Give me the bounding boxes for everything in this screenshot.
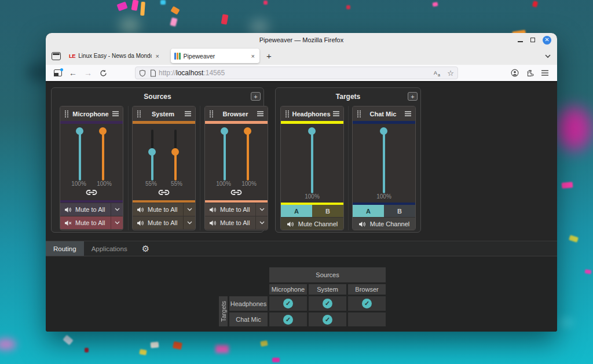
add-target-button[interactable]: +	[408, 92, 418, 101]
volume-slider[interactable]	[308, 127, 316, 193]
confetti	[139, 349, 147, 355]
matrix-row-headphones: Headphones	[229, 296, 268, 311]
drag-handle-icon[interactable]	[285, 110, 290, 118]
drag-handle-icon[interactable]	[137, 110, 141, 118]
volume-slider-left[interactable]	[221, 127, 229, 181]
menu-icon[interactable]	[537, 66, 552, 80]
channel-b-button[interactable]: B	[312, 205, 343, 217]
matrix-row-chat-mic: Chat Mic	[229, 312, 268, 326]
drag-handle-icon[interactable]	[64, 110, 69, 118]
new-tab-button[interactable]: +	[266, 51, 272, 61]
bookmark-star-icon[interactable]: ☆	[447, 69, 454, 78]
channel-header[interactable]: System	[133, 106, 195, 121]
mute-to-all-dropdown[interactable]: Mute to All	[133, 216, 195, 229]
channel-menu-icon[interactable]	[185, 111, 191, 116]
mute-to-all-dropdown[interactable]: Mute to All	[205, 203, 268, 216]
check-icon: ✓	[283, 299, 293, 308]
list-tabs-chevron-icon[interactable]	[544, 54, 551, 58]
add-source-button[interactable]: +	[251, 92, 261, 101]
svg-text:a: a	[438, 72, 440, 76]
channel-menu-icon[interactable]	[405, 111, 411, 116]
link-channels-button[interactable]	[205, 188, 268, 198]
link-channels-button[interactable]	[133, 188, 195, 198]
mute-to-all-dropdown[interactable]: Mute to All	[60, 216, 123, 229]
matrix-cell[interactable]: ✓	[309, 312, 346, 326]
tab-applications[interactable]: Applications	[84, 241, 135, 256]
shield-icon[interactable]	[139, 69, 146, 77]
volume-slider-right[interactable]	[171, 127, 180, 181]
channel-header[interactable]: Chat Mic	[353, 106, 415, 121]
back-button[interactable]: ←	[65, 66, 80, 80]
confetti	[260, 340, 268, 347]
volume-slider-left[interactable]	[148, 127, 156, 181]
chevron-down-icon[interactable]	[255, 203, 268, 216]
speaker-icon	[137, 207, 144, 213]
url-text[interactable]: http://localhost:14565	[159, 69, 434, 77]
url-bar[interactable]: http://localhost:14565 Aa ☆	[135, 67, 458, 79]
tab-linux-easy[interactable]: LE Linux Easy - News da Mondo ×	[65, 49, 164, 63]
channel-b-button[interactable]: B	[384, 205, 415, 217]
chevron-down-icon[interactable]	[183, 216, 195, 229]
close-button[interactable]: ✕	[543, 36, 551, 45]
channel-accent-strip	[205, 200, 268, 203]
maximize-button[interactable]	[530, 38, 535, 42]
check-icon: ✓	[362, 299, 372, 308]
channel-menu-icon[interactable]	[333, 111, 339, 116]
tab-pipeweaver[interactable]: Pipeweaver ×	[171, 49, 259, 63]
channel-menu-icon[interactable]	[112, 111, 119, 116]
drag-handle-icon[interactable]	[209, 110, 214, 118]
channel-accent-strip	[133, 200, 195, 203]
link-channels-button[interactable]	[60, 188, 123, 198]
volume-slider-left[interactable]	[76, 127, 84, 181]
account-icon[interactable]	[507, 66, 522, 80]
confetti-blob	[556, 107, 592, 150]
channel-header[interactable]: Browser	[205, 106, 268, 121]
translate-icon[interactable]: Aa	[434, 69, 442, 77]
matrix-cell[interactable]: ✓	[348, 312, 386, 326]
mute-label: Mute to All	[148, 206, 177, 213]
tab-label: Pipeweaver	[184, 53, 247, 60]
mute-channel-label: Mute Channel	[370, 220, 410, 227]
chevron-down-icon[interactable]	[183, 203, 195, 216]
mute-channel-button[interactable]: Mute Channel	[281, 218, 343, 230]
sources-panel: Sources + Microphone 100%100%	[51, 87, 264, 233]
channel-a-button[interactable]: A	[353, 205, 384, 217]
matrix-cell[interactable]: ✓	[269, 296, 307, 311]
volume-slider[interactable]	[380, 127, 388, 193]
settings-gear-icon[interactable]: ⚙	[135, 241, 156, 256]
minimize-button[interactable]	[518, 41, 523, 42]
mute-to-all-dropdown[interactable]: Mute to All	[133, 203, 195, 216]
page-icon[interactable]	[150, 69, 156, 77]
volume-slider-right[interactable]	[244, 127, 252, 181]
forward-button[interactable]: →	[80, 66, 96, 80]
volume-slider-right[interactable]	[99, 127, 107, 181]
chevron-down-icon[interactable]	[111, 203, 123, 216]
matrix-cell[interactable]: ✓	[348, 296, 386, 311]
window-titlebar[interactable]: Pipeweaver — Mozilla Firefox ✕	[46, 33, 557, 47]
chevron-down-icon[interactable]	[255, 216, 268, 229]
channel-header[interactable]: Headphones	[281, 106, 343, 121]
bottom-tab-strip: Routing Applications ⚙	[46, 241, 557, 256]
mute-to-all-dropdown[interactable]: Mute to All	[60, 203, 123, 216]
mute-to-all-dropdown[interactable]: Mute to All	[205, 216, 268, 229]
firefox-view-icon[interactable]	[50, 66, 65, 80]
mute-channel-label: Mute Channel	[298, 220, 338, 227]
tab-routing[interactable]: Routing	[46, 241, 84, 256]
channel-menu-icon[interactable]	[257, 111, 263, 116]
drag-handle-icon[interactable]	[357, 110, 361, 118]
channel-card-microphone: Microphone 100%100% Mute to All	[60, 106, 123, 230]
extensions-icon[interactable]	[522, 66, 537, 80]
matrix-cell[interactable]: ✓	[269, 312, 307, 326]
mute-channel-button[interactable]: Mute Channel	[353, 218, 415, 230]
confetti	[263, 1, 268, 5]
channel-a-button[interactable]: A	[281, 205, 312, 217]
tab-overview-icon[interactable]	[52, 52, 61, 60]
tab-close-icon[interactable]: ×	[155, 53, 160, 60]
confetti	[63, 334, 74, 345]
tab-close-icon[interactable]: ×	[250, 53, 256, 60]
chevron-down-icon[interactable]	[111, 216, 123, 229]
routing-view: Sources Microphone System Browser Target…	[46, 257, 557, 332]
channel-header[interactable]: Microphone	[60, 106, 123, 121]
matrix-cell[interactable]: ✓	[309, 296, 346, 311]
reload-button[interactable]	[96, 66, 111, 80]
